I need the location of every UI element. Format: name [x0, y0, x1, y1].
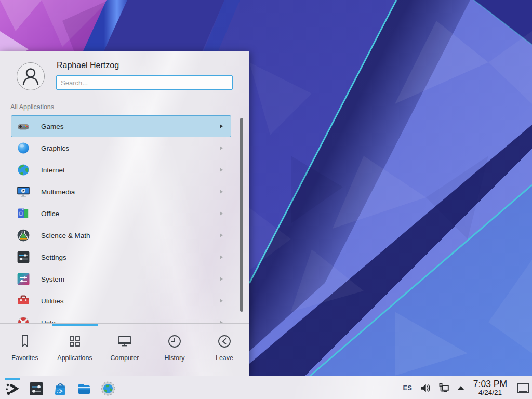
menu-item-label: Office [41, 210, 59, 218]
menu-item-office[interactable]: Office [11, 203, 231, 224]
discover-button[interactable] [52, 378, 69, 397]
web-browser-button[interactable] [100, 378, 116, 397]
user-name: Raphael Hertzog [57, 61, 119, 70]
launcher-header: Raphael Hertzog [0, 51, 249, 97]
utilities-icon [16, 294, 31, 308]
tab-label: Favorites [11, 354, 38, 362]
user-icon [17, 63, 44, 90]
menu-item-help[interactable]: Help [11, 312, 231, 324]
tab-history[interactable]: History [150, 324, 200, 376]
submenu-arrow-icon [220, 277, 223, 281]
tab-leave[interactable]: Leave [200, 324, 249, 376]
konqueror-icon [100, 380, 116, 397]
volume-icon[interactable] [420, 383, 430, 393]
file-manager-button[interactable] [76, 378, 92, 397]
digital-clock[interactable]: 7:03 PM 4/24/21 [473, 379, 507, 396]
menu-item-label: System [41, 275, 64, 283]
gamepad-icon [16, 119, 31, 134]
leave-icon [216, 333, 233, 350]
computer-icon [116, 333, 133, 350]
application-launcher-popup: Raphael Hertzog All Applications GamesGr… [0, 51, 249, 376]
menu-item-label: Graphics [41, 144, 69, 152]
submenu-arrow-icon [220, 211, 223, 216]
launcher-tabbar: FavoritesApplicationsComputerHistoryLeav… [0, 323, 249, 376]
tab-applications[interactable]: Applications [50, 324, 100, 376]
submenu-arrow-icon [220, 146, 223, 150]
menu-item-science-math[interactable]: Science & Math [11, 224, 231, 246]
menu-item-label: Games [41, 123, 64, 130]
menu-item-graphics[interactable]: Graphics [11, 137, 231, 159]
show-desktop-button[interactable] [517, 383, 529, 393]
tab-label: Leave [216, 354, 233, 362]
menu-item-system[interactable]: System [11, 268, 231, 290]
menu-item-multimedia[interactable]: Multimedia [11, 181, 231, 203]
submenu-arrow-icon [220, 299, 223, 303]
taskbar: ES 7:03 PM 4/24/21 [0, 376, 532, 399]
keyboard-layout-indicator[interactable]: ES [403, 384, 411, 392]
menu-item-utilities[interactable]: Utilities [11, 290, 231, 312]
submenu-arrow-icon [220, 168, 223, 172]
scrollbar-thumb[interactable] [240, 118, 243, 312]
applications-icon [66, 333, 83, 350]
discover-icon [52, 380, 69, 397]
menu-item-settings[interactable]: Settings [11, 246, 231, 268]
network-icon[interactable] [438, 383, 449, 393]
dolphin-icon [76, 380, 92, 397]
multimedia-icon [16, 184, 31, 199]
system-tray: ES 7:03 PM 4/24/21 [403, 376, 529, 399]
globe-icon [16, 163, 31, 177]
menu-item-label: Utilities [41, 297, 64, 305]
tab-label: History [165, 354, 185, 362]
menu-item-label: Settings [41, 254, 66, 261]
text-caret [60, 78, 60, 87]
clock-date: 4/24/21 [473, 389, 507, 396]
submenu-arrow-icon [220, 124, 223, 128]
graphics-icon [16, 141, 31, 155]
clock-time: 7:03 PM [473, 379, 507, 389]
menu-item-games[interactable]: Games [11, 115, 231, 137]
application-launcher-button[interactable] [4, 378, 21, 397]
tab-favorites[interactable]: Favorites [0, 324, 50, 376]
office-icon [16, 206, 31, 221]
search-input[interactable] [56, 75, 233, 90]
tab-label: Computer [111, 354, 139, 362]
search-field-wrap [56, 75, 233, 90]
tab-label: Applications [57, 354, 92, 362]
application-category-list: GamesGraphicsInternetMultimediaOfficeSci… [0, 115, 249, 324]
systemsettings-icon [28, 380, 45, 397]
science-icon [16, 228, 31, 243]
system-settings-button[interactable] [28, 378, 45, 397]
menu-item-label: Science & Math [41, 232, 90, 240]
help-icon [16, 315, 31, 324]
settings-icon [16, 250, 31, 264]
menu-item-label: Internet [41, 166, 65, 174]
task-launcher-area [4, 378, 116, 397]
submenu-arrow-icon [220, 255, 223, 259]
desktop: Raphael Hertzog All Applications GamesGr… [0, 0, 532, 399]
system-icon [16, 272, 31, 286]
active-tab-indicator [52, 324, 98, 326]
kickoff-icon [4, 380, 21, 397]
tab-computer[interactable]: Computer [100, 324, 150, 376]
header-divider [0, 97, 249, 97]
section-label: All Applications [10, 103, 54, 111]
history-icon [166, 333, 183, 350]
expand-tray-icon[interactable] [457, 386, 464, 390]
avatar[interactable] [17, 62, 45, 90]
active-task-indicator [5, 378, 20, 380]
favorites-icon [17, 333, 33, 350]
menu-item-internet[interactable]: Internet [11, 159, 231, 181]
submenu-arrow-icon [220, 233, 223, 237]
submenu-arrow-icon [220, 190, 223, 194]
menu-item-label: Multimedia [41, 188, 75, 196]
